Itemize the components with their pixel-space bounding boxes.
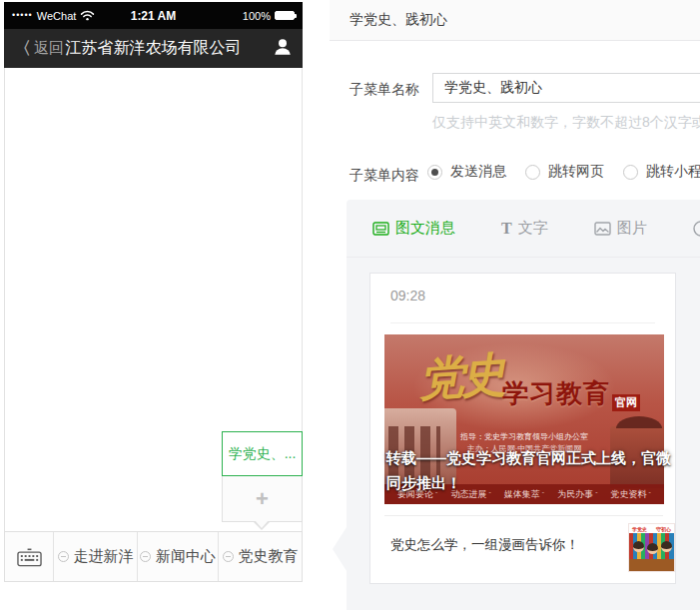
menu-item-xinwenzhongxin[interactable]: 新闻中心 (138, 532, 219, 581)
phone-nav-bar: 〈 返回 江苏省新洋农场有限公司 (4, 29, 303, 68)
rich-media-icon (372, 222, 389, 236)
collapse-icon (140, 551, 151, 562)
menu-item-label: 党史教育 (239, 547, 299, 566)
text-t-icon: T (501, 220, 512, 238)
radio-icon (525, 165, 540, 180)
tab-label: 文字 (518, 219, 548, 238)
wechat-menu-editor-page: ••••• WeChat 1:21 AM 100% 〈 返回 江苏省新洋农场有限… (0, 0, 700, 610)
editor-header: 学党史、践初心 (330, 0, 700, 41)
cover-title-text: 学习教育 (502, 376, 610, 411)
submenu-content-label: 子菜单内容 (350, 167, 419, 185)
content-type-radio-group: 发送消息 跳转网页 跳转小程序 (427, 163, 700, 181)
tab-label: 图文消息 (395, 219, 455, 238)
audio-icon (693, 221, 700, 237)
collapse-icon (223, 551, 234, 562)
phone-bottom-menu-bar: 走进新洋 新闻中心 党史教育 (4, 531, 303, 582)
divider (384, 515, 663, 516)
submenu-name-hint: 仅支持中英文和数字，字数不超过8个汉字或16个字母 (432, 114, 700, 132)
keyboard-icon (17, 547, 42, 567)
popup-caret-fill (255, 520, 269, 528)
cartoon-figure (633, 541, 644, 552)
divider (390, 322, 655, 323)
editor-header-title: 学党史、践初心 (350, 11, 447, 29)
radio-jump-miniprogram[interactable]: 跳转小程序 (623, 163, 700, 181)
tab-audio[interactable]: 语音 (693, 219, 700, 238)
submenu-name-input[interactable] (432, 73, 700, 103)
battery-icon (275, 11, 295, 20)
submenu-name-label: 子菜单名称 (350, 81, 419, 99)
image-icon (594, 222, 611, 236)
thumb-label-right: 守初心 (656, 526, 671, 532)
cartoon-desk (629, 559, 674, 571)
radio-send-message[interactable]: 发送消息 (427, 163, 506, 181)
tab-rich-media[interactable]: 图文消息 (372, 219, 455, 238)
cover-caption-1: 指导：党史学习教育领导小组办公室 (384, 431, 664, 442)
cartoon-figure (647, 543, 658, 554)
back-chevron-icon: 〈 (14, 37, 31, 60)
add-submenu-button[interactable]: + (222, 475, 303, 522)
radio-label: 跳转小程序 (646, 163, 700, 181)
cover-calligraphy-text: 党史 (416, 343, 504, 411)
profile-person-icon[interactable] (273, 37, 293, 61)
cartoon-figure (661, 541, 672, 552)
account-title: 江苏省新洋农场有限公司 (44, 38, 263, 59)
thumb-label-left: 学党史 (632, 526, 647, 532)
radio-label: 发送消息 (450, 163, 506, 181)
radio-label: 跳转网页 (548, 163, 604, 181)
message-preview-card: 09:28 党史 学习教育 官网 指导：党史学习教育领导小组办公室 主办：人民网… (369, 273, 676, 584)
radio-selected-icon (427, 165, 442, 180)
menu-item-zoujinxinyang[interactable]: 走进新洋 (54, 532, 138, 581)
phone-status-bar: ••••• WeChat 1:21 AM 100% (4, 2, 303, 29)
message-time: 09:28 (390, 288, 425, 304)
keyboard-toggle-button[interactable] (5, 532, 54, 581)
second-article-title[interactable]: 党史怎么学，一组漫画告诉你！ (390, 536, 579, 554)
card-pointer-notch (333, 527, 347, 571)
cover-headline: 转载——党史学习教育官网正式上线，官微同步推出！ (386, 445, 678, 495)
submenu-item-selected[interactable]: 学党史、... (222, 431, 303, 476)
plus-icon: + (256, 486, 269, 512)
submenu-item-label: 学党史、... (229, 445, 297, 463)
menu-item-label: 走进新洋 (74, 547, 134, 566)
radio-jump-webpage[interactable]: 跳转网页 (525, 163, 604, 181)
tab-image[interactable]: 图片 (594, 219, 647, 238)
message-type-tabs: 图文消息 T 文字 图片 语音 (347, 200, 700, 258)
second-article-thumbnail[interactable]: 学党史 守初心 (628, 523, 675, 572)
thumb-cartoon-graphic (629, 533, 674, 571)
tab-label: 图片 (617, 219, 647, 238)
cover-badge: 官网 (612, 394, 640, 411)
menu-item-dangshijiaoyu[interactable]: 党史教育 (219, 532, 302, 581)
tab-text[interactable]: T 文字 (501, 219, 548, 238)
radio-icon (623, 165, 638, 180)
collapse-icon (58, 551, 69, 562)
menu-item-label: 新闻中心 (156, 547, 216, 566)
battery-percent: 100% (243, 10, 271, 22)
